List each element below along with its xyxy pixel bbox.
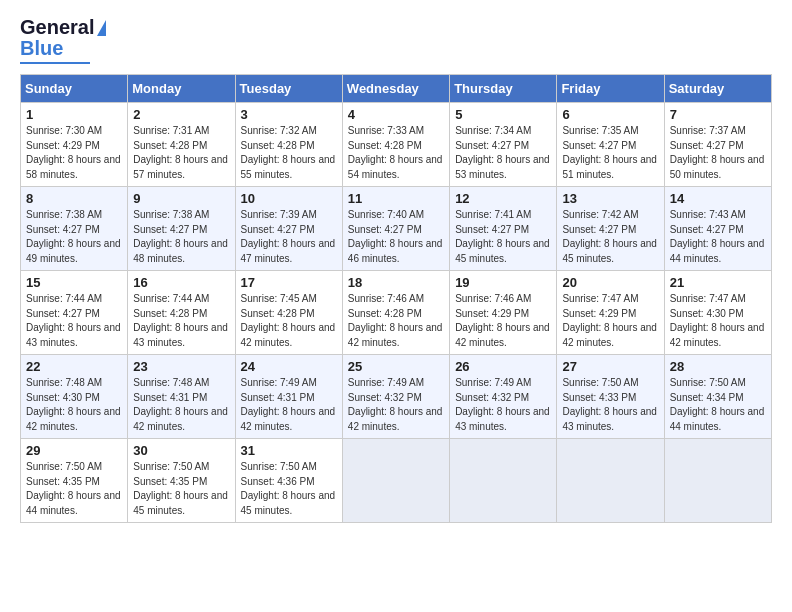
day-cell: 10 Sunrise: 7:39 AMSunset: 4:27 PMDaylig… — [235, 187, 342, 271]
logo-triangle-icon — [97, 20, 106, 36]
day-cell: 8 Sunrise: 7:38 AMSunset: 4:27 PMDayligh… — [21, 187, 128, 271]
col-header-saturday: Saturday — [664, 75, 771, 103]
day-cell: 24 Sunrise: 7:49 AMSunset: 4:31 PMDaylig… — [235, 355, 342, 439]
day-number: 23 — [133, 359, 229, 374]
day-cell: 5 Sunrise: 7:34 AMSunset: 4:27 PMDayligh… — [450, 103, 557, 187]
day-info: Sunrise: 7:50 AMSunset: 4:36 PMDaylight:… — [241, 461, 336, 516]
day-info: Sunrise: 7:46 AMSunset: 4:29 PMDaylight:… — [455, 293, 550, 348]
day-cell: 16 Sunrise: 7:44 AMSunset: 4:28 PMDaylig… — [128, 271, 235, 355]
day-cell: 11 Sunrise: 7:40 AMSunset: 4:27 PMDaylig… — [342, 187, 449, 271]
day-info: Sunrise: 7:38 AMSunset: 4:27 PMDaylight:… — [133, 209, 228, 264]
day-info: Sunrise: 7:40 AMSunset: 4:27 PMDaylight:… — [348, 209, 443, 264]
day-number: 12 — [455, 191, 551, 206]
day-info: Sunrise: 7:49 AMSunset: 4:31 PMDaylight:… — [241, 377, 336, 432]
day-info: Sunrise: 7:32 AMSunset: 4:28 PMDaylight:… — [241, 125, 336, 180]
calendar: SundayMondayTuesdayWednesdayThursdayFrid… — [20, 74, 772, 523]
col-header-thursday: Thursday — [450, 75, 557, 103]
logo-underline — [20, 62, 90, 64]
day-number: 7 — [670, 107, 766, 122]
logo-blue: Blue — [20, 37, 63, 60]
day-info: Sunrise: 7:48 AMSunset: 4:31 PMDaylight:… — [133, 377, 228, 432]
day-info: Sunrise: 7:44 AMSunset: 4:28 PMDaylight:… — [133, 293, 228, 348]
week-row-5: 29 Sunrise: 7:50 AMSunset: 4:35 PMDaylig… — [21, 439, 772, 523]
day-cell — [342, 439, 449, 523]
day-cell: 7 Sunrise: 7:37 AMSunset: 4:27 PMDayligh… — [664, 103, 771, 187]
col-header-friday: Friday — [557, 75, 664, 103]
page: General Blue SundayMondayTuesdayWednesda… — [0, 0, 792, 612]
day-cell: 9 Sunrise: 7:38 AMSunset: 4:27 PMDayligh… — [128, 187, 235, 271]
day-number: 6 — [562, 107, 658, 122]
day-number: 2 — [133, 107, 229, 122]
day-number: 11 — [348, 191, 444, 206]
day-number: 14 — [670, 191, 766, 206]
day-info: Sunrise: 7:49 AMSunset: 4:32 PMDaylight:… — [348, 377, 443, 432]
day-cell: 27 Sunrise: 7:50 AMSunset: 4:33 PMDaylig… — [557, 355, 664, 439]
day-cell: 3 Sunrise: 7:32 AMSunset: 4:28 PMDayligh… — [235, 103, 342, 187]
day-info: Sunrise: 7:37 AMSunset: 4:27 PMDaylight:… — [670, 125, 765, 180]
day-number: 10 — [241, 191, 337, 206]
header: General Blue — [20, 16, 772, 64]
day-info: Sunrise: 7:34 AMSunset: 4:27 PMDaylight:… — [455, 125, 550, 180]
day-info: Sunrise: 7:47 AMSunset: 4:30 PMDaylight:… — [670, 293, 765, 348]
day-cell: 1 Sunrise: 7:30 AMSunset: 4:29 PMDayligh… — [21, 103, 128, 187]
day-info: Sunrise: 7:50 AMSunset: 4:33 PMDaylight:… — [562, 377, 657, 432]
day-cell: 14 Sunrise: 7:43 AMSunset: 4:27 PMDaylig… — [664, 187, 771, 271]
day-cell: 23 Sunrise: 7:48 AMSunset: 4:31 PMDaylig… — [128, 355, 235, 439]
day-number: 18 — [348, 275, 444, 290]
day-cell: 28 Sunrise: 7:50 AMSunset: 4:34 PMDaylig… — [664, 355, 771, 439]
day-cell: 21 Sunrise: 7:47 AMSunset: 4:30 PMDaylig… — [664, 271, 771, 355]
day-cell: 15 Sunrise: 7:44 AMSunset: 4:27 PMDaylig… — [21, 271, 128, 355]
day-cell: 20 Sunrise: 7:47 AMSunset: 4:29 PMDaylig… — [557, 271, 664, 355]
day-number: 4 — [348, 107, 444, 122]
day-number: 19 — [455, 275, 551, 290]
day-cell: 25 Sunrise: 7:49 AMSunset: 4:32 PMDaylig… — [342, 355, 449, 439]
day-cell: 30 Sunrise: 7:50 AMSunset: 4:35 PMDaylig… — [128, 439, 235, 523]
day-number: 5 — [455, 107, 551, 122]
day-info: Sunrise: 7:46 AMSunset: 4:28 PMDaylight:… — [348, 293, 443, 348]
day-number: 8 — [26, 191, 122, 206]
day-info: Sunrise: 7:42 AMSunset: 4:27 PMDaylight:… — [562, 209, 657, 264]
day-cell — [557, 439, 664, 523]
col-header-monday: Monday — [128, 75, 235, 103]
day-info: Sunrise: 7:35 AMSunset: 4:27 PMDaylight:… — [562, 125, 657, 180]
col-header-tuesday: Tuesday — [235, 75, 342, 103]
day-cell: 6 Sunrise: 7:35 AMSunset: 4:27 PMDayligh… — [557, 103, 664, 187]
day-number: 9 — [133, 191, 229, 206]
day-cell: 18 Sunrise: 7:46 AMSunset: 4:28 PMDaylig… — [342, 271, 449, 355]
week-row-3: 15 Sunrise: 7:44 AMSunset: 4:27 PMDaylig… — [21, 271, 772, 355]
day-cell: 12 Sunrise: 7:41 AMSunset: 4:27 PMDaylig… — [450, 187, 557, 271]
day-info: Sunrise: 7:44 AMSunset: 4:27 PMDaylight:… — [26, 293, 121, 348]
day-info: Sunrise: 7:43 AMSunset: 4:27 PMDaylight:… — [670, 209, 765, 264]
day-cell: 26 Sunrise: 7:49 AMSunset: 4:32 PMDaylig… — [450, 355, 557, 439]
day-info: Sunrise: 7:38 AMSunset: 4:27 PMDaylight:… — [26, 209, 121, 264]
day-info: Sunrise: 7:33 AMSunset: 4:28 PMDaylight:… — [348, 125, 443, 180]
week-row-2: 8 Sunrise: 7:38 AMSunset: 4:27 PMDayligh… — [21, 187, 772, 271]
day-cell — [450, 439, 557, 523]
day-info: Sunrise: 7:47 AMSunset: 4:29 PMDaylight:… — [562, 293, 657, 348]
day-number: 25 — [348, 359, 444, 374]
day-number: 15 — [26, 275, 122, 290]
week-row-1: 1 Sunrise: 7:30 AMSunset: 4:29 PMDayligh… — [21, 103, 772, 187]
day-cell: 31 Sunrise: 7:50 AMSunset: 4:36 PMDaylig… — [235, 439, 342, 523]
day-info: Sunrise: 7:50 AMSunset: 4:34 PMDaylight:… — [670, 377, 765, 432]
day-cell: 17 Sunrise: 7:45 AMSunset: 4:28 PMDaylig… — [235, 271, 342, 355]
day-number: 27 — [562, 359, 658, 374]
day-info: Sunrise: 7:50 AMSunset: 4:35 PMDaylight:… — [133, 461, 228, 516]
col-header-sunday: Sunday — [21, 75, 128, 103]
day-number: 29 — [26, 443, 122, 458]
day-number: 1 — [26, 107, 122, 122]
day-info: Sunrise: 7:41 AMSunset: 4:27 PMDaylight:… — [455, 209, 550, 264]
logo-general: General — [20, 16, 94, 39]
day-number: 3 — [241, 107, 337, 122]
day-number: 16 — [133, 275, 229, 290]
day-number: 21 — [670, 275, 766, 290]
day-number: 22 — [26, 359, 122, 374]
day-cell: 4 Sunrise: 7:33 AMSunset: 4:28 PMDayligh… — [342, 103, 449, 187]
day-number: 24 — [241, 359, 337, 374]
day-number: 30 — [133, 443, 229, 458]
day-info: Sunrise: 7:31 AMSunset: 4:28 PMDaylight:… — [133, 125, 228, 180]
day-cell: 13 Sunrise: 7:42 AMSunset: 4:27 PMDaylig… — [557, 187, 664, 271]
day-number: 26 — [455, 359, 551, 374]
day-cell: 29 Sunrise: 7:50 AMSunset: 4:35 PMDaylig… — [21, 439, 128, 523]
day-info: Sunrise: 7:30 AMSunset: 4:29 PMDaylight:… — [26, 125, 121, 180]
